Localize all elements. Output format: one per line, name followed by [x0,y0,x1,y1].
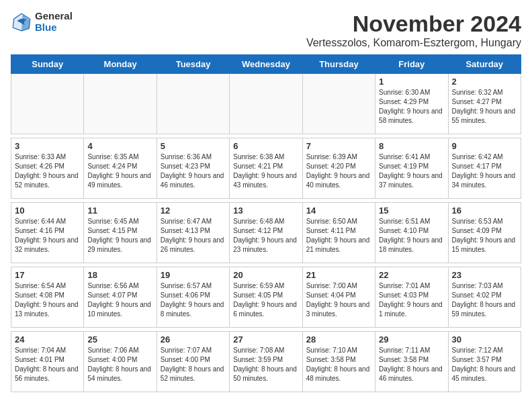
logo: General Blue [11,11,73,33]
day-number: 26 [161,334,226,345]
calendar-cell [230,74,302,134]
day-number: 3 [15,141,80,151]
day-number: 6 [233,141,298,151]
day-number: 21 [306,270,371,280]
weekday-header-row: Sunday Monday Tuesday Wednesday Thursday… [11,55,521,74]
day-info: Sunrise: 6:47 AM Sunset: 4:13 PM Dayligh… [161,217,226,255]
calendar-cell: 23Sunrise: 7:03 AM Sunset: 4:02 PM Dayli… [448,267,521,328]
day-number: 22 [379,270,444,280]
calendar-cell: 29Sunrise: 7:11 AM Sunset: 3:58 PM Dayli… [375,332,448,392]
subtitle: Vertesszolos, Komarom-Esztergom, Hungary [306,37,521,49]
day-number: 15 [379,205,444,216]
day-number: 1 [379,77,444,87]
day-info: Sunrise: 6:54 AM Sunset: 4:08 PM Dayligh… [15,281,80,319]
calendar-cell: 16Sunrise: 6:53 AM Sunset: 4:09 PM Dayli… [448,203,521,263]
day-number: 9 [452,141,517,151]
day-info: Sunrise: 7:10 AM Sunset: 3:58 PM Dayligh… [306,346,371,383]
day-info: Sunrise: 6:32 AM Sunset: 4:27 PM Dayligh… [452,88,517,126]
logo-icon [11,11,32,33]
day-info: Sunrise: 6:51 AM Sunset: 4:10 PM Dayligh… [379,217,444,255]
day-info: Sunrise: 7:07 AM Sunset: 4:00 PM Dayligh… [161,346,226,383]
header-saturday: Saturday [448,55,521,74]
calendar-cell: 21Sunrise: 7:00 AM Sunset: 4:04 PM Dayli… [302,267,375,328]
day-info: Sunrise: 6:42 AM Sunset: 4:17 PM Dayligh… [452,152,517,190]
day-number: 12 [161,205,226,216]
day-info: Sunrise: 6:33 AM Sunset: 4:26 PM Dayligh… [15,152,80,190]
day-number: 30 [452,334,517,345]
calendar-cell: 8Sunrise: 6:41 AM Sunset: 4:19 PM Daylig… [375,138,448,199]
day-info: Sunrise: 7:06 AM Sunset: 4:00 PM Dayligh… [87,346,152,383]
logo-general-text: General [35,11,73,22]
day-info: Sunrise: 6:44 AM Sunset: 4:16 PM Dayligh… [15,217,80,255]
day-number: 2 [452,77,517,87]
day-info: Sunrise: 6:30 AM Sunset: 4:29 PM Dayligh… [379,88,444,126]
logo-text: General Blue [35,11,73,33]
calendar-cell: 20Sunrise: 6:59 AM Sunset: 4:05 PM Dayli… [230,267,302,328]
day-info: Sunrise: 7:08 AM Sunset: 3:59 PM Dayligh… [233,346,298,383]
header-tuesday: Tuesday [157,55,229,74]
calendar-cell: 9Sunrise: 6:42 AM Sunset: 4:17 PM Daylig… [448,138,521,199]
calendar-table: Sunday Monday Tuesday Wednesday Thursday… [11,54,521,392]
calendar-cell: 4Sunrise: 6:35 AM Sunset: 4:24 PM Daylig… [84,138,157,199]
calendar-cell: 25Sunrise: 7:06 AM Sunset: 4:00 PM Dayli… [84,332,157,392]
calendar-cell: 14Sunrise: 6:50 AM Sunset: 4:11 PM Dayli… [302,203,375,263]
day-number: 7 [306,141,371,151]
calendar-cell: 18Sunrise: 6:56 AM Sunset: 4:07 PM Dayli… [84,267,157,328]
week-row-2: 3Sunrise: 6:33 AM Sunset: 4:26 PM Daylig… [11,138,521,199]
header-monday: Monday [84,55,157,74]
header-friday: Friday [375,55,448,74]
day-number: 25 [87,334,152,345]
day-number: 24 [15,334,80,345]
day-info: Sunrise: 6:45 AM Sunset: 4:15 PM Dayligh… [87,217,152,255]
header-wednesday: Wednesday [230,55,302,74]
calendar-cell [84,74,157,134]
day-number: 20 [233,270,298,280]
header-sunday: Sunday [11,55,84,74]
day-info: Sunrise: 7:11 AM Sunset: 3:58 PM Dayligh… [379,346,444,383]
main-title: November 2024 [306,11,521,37]
calendar-cell: 28Sunrise: 7:10 AM Sunset: 3:58 PM Dayli… [302,332,375,392]
day-info: Sunrise: 6:38 AM Sunset: 4:21 PM Dayligh… [233,152,298,190]
day-info: Sunrise: 7:03 AM Sunset: 4:02 PM Dayligh… [452,281,517,319]
calendar-cell: 22Sunrise: 7:01 AM Sunset: 4:03 PM Dayli… [375,267,448,328]
day-number: 19 [161,270,226,280]
header: General Blue November 2024 Vertesszolos,… [11,11,521,49]
calendar-cell: 6Sunrise: 6:38 AM Sunset: 4:21 PM Daylig… [230,138,302,199]
calendar-cell: 5Sunrise: 6:36 AM Sunset: 4:23 PM Daylig… [157,138,229,199]
calendar-cell: 27Sunrise: 7:08 AM Sunset: 3:59 PM Dayli… [230,332,302,392]
day-info: Sunrise: 6:39 AM Sunset: 4:20 PM Dayligh… [306,152,371,190]
day-number: 11 [87,205,152,216]
day-number: 27 [233,334,298,345]
day-info: Sunrise: 7:04 AM Sunset: 4:01 PM Dayligh… [15,346,80,383]
week-row-1: 1Sunrise: 6:30 AM Sunset: 4:29 PM Daylig… [11,74,521,134]
calendar-cell: 26Sunrise: 7:07 AM Sunset: 4:00 PM Dayli… [157,332,229,392]
title-section: November 2024 Vertesszolos, Komarom-Eszt… [306,11,521,49]
day-info: Sunrise: 6:36 AM Sunset: 4:23 PM Dayligh… [161,152,226,190]
logo-blue-text: Blue [35,22,73,34]
day-info: Sunrise: 6:57 AM Sunset: 4:06 PM Dayligh… [161,281,226,319]
day-number: 17 [15,270,80,280]
calendar-cell: 3Sunrise: 6:33 AM Sunset: 4:26 PM Daylig… [11,138,84,199]
day-info: Sunrise: 6:59 AM Sunset: 4:05 PM Dayligh… [233,281,298,319]
day-number: 23 [452,270,517,280]
calendar-cell: 7Sunrise: 6:39 AM Sunset: 4:20 PM Daylig… [302,138,375,199]
day-number: 4 [87,141,152,151]
calendar-cell: 13Sunrise: 6:48 AM Sunset: 4:12 PM Dayli… [230,203,302,263]
day-number: 16 [452,205,517,216]
calendar-cell [11,74,84,134]
day-number: 8 [379,141,444,151]
day-number: 14 [306,205,371,216]
day-info: Sunrise: 6:48 AM Sunset: 4:12 PM Dayligh… [233,217,298,255]
day-info: Sunrise: 6:35 AM Sunset: 4:24 PM Dayligh… [87,152,152,190]
day-number: 28 [306,334,371,345]
day-number: 18 [87,270,152,280]
week-row-4: 17Sunrise: 6:54 AM Sunset: 4:08 PM Dayli… [11,267,521,328]
day-number: 5 [161,141,226,151]
header-thursday: Thursday [302,55,375,74]
day-number: 10 [15,205,80,216]
day-info: Sunrise: 7:12 AM Sunset: 3:57 PM Dayligh… [452,346,517,383]
week-row-3: 10Sunrise: 6:44 AM Sunset: 4:16 PM Dayli… [11,203,521,263]
day-number: 29 [379,334,444,345]
day-info: Sunrise: 7:00 AM Sunset: 4:04 PM Dayligh… [306,281,371,319]
calendar-cell: 30Sunrise: 7:12 AM Sunset: 3:57 PM Dayli… [448,332,521,392]
